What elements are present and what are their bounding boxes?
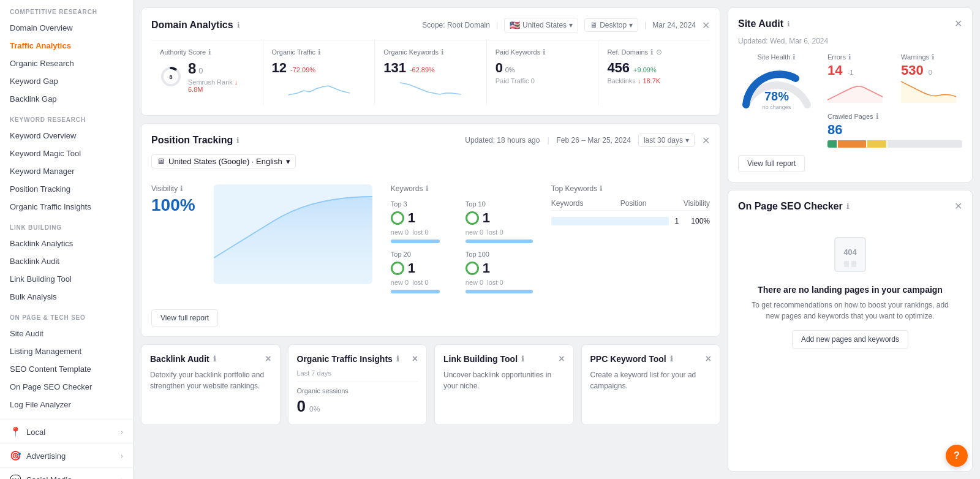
on-page-seo-info-icon[interactable]: ℹ xyxy=(846,202,850,211)
sidebar-section-label-keyword: KEYWORD RESEARCH xyxy=(0,108,133,127)
monitor-icon: 🖥 xyxy=(157,157,165,166)
oti-sessions-change: 0% xyxy=(309,405,320,413)
pt-period-chevron-icon: ▾ xyxy=(685,136,689,145)
sidebar-item-organic-traffic-insights[interactable]: Organic Traffic Insights xyxy=(0,198,133,216)
errors-info-icon[interactable]: ℹ xyxy=(848,53,851,61)
help-button[interactable]: ? xyxy=(946,445,968,467)
authority-score-sub: 0 xyxy=(198,66,203,75)
on-page-seo-card: On Page SEO Checker ℹ ✕ 404 xyxy=(728,190,973,472)
local-icon: 📍 xyxy=(10,426,21,437)
col-position: Position xyxy=(620,199,647,208)
sidebar-item-traffic-analytics[interactable]: Traffic Analytics xyxy=(0,37,133,55)
sidebar-item-link-building-tool[interactable]: Link Building Tool xyxy=(0,270,133,288)
sidebar-item-backlink-gap[interactable]: Backlink Gap xyxy=(0,90,133,108)
warnings-info-icon[interactable]: ℹ xyxy=(932,53,935,61)
ref-domains-info-icon[interactable]: ℹ xyxy=(650,48,654,56)
oti-period: Last 7 days xyxy=(297,369,418,382)
device-selector[interactable]: 🖥 Desktop ▾ xyxy=(584,18,638,32)
sidebar-item-seo-content-template[interactable]: SEO Content Template xyxy=(0,360,133,378)
top3-block: Top 3 1 new 0 lost 0 xyxy=(391,200,458,243)
link-building-info-icon[interactable]: ℹ xyxy=(521,355,524,363)
site-health-info-icon[interactable]: ℹ xyxy=(793,53,796,61)
col-visibility: Visibility xyxy=(684,199,710,208)
pt-period-selector[interactable]: last 30 days ▾ xyxy=(638,134,695,147)
sidebar-item-on-page-seo-checker[interactable]: On Page SEO Checker xyxy=(0,378,133,396)
404-icon: 404 xyxy=(832,232,869,276)
sidebar-item-site-audit[interactable]: Site Audit xyxy=(0,325,133,342)
country-chevron-icon: ▾ xyxy=(569,21,573,29)
sidebar-item-keyword-gap[interactable]: Keyword Gap xyxy=(0,72,133,90)
pt-location-selector[interactable]: 🖥 United States (Google) · English ▾ xyxy=(151,154,296,168)
sidebar-item-domain-overview[interactable]: Domain Overview xyxy=(0,19,133,37)
sidebar-item-advertising[interactable]: 🎯 Advertising › xyxy=(0,443,133,467)
sidebar-item-log-file-analyzer[interactable]: Log File Analyzer xyxy=(0,396,133,413)
sidebar-item-keyword-overview[interactable]: Keyword Overview xyxy=(0,127,133,145)
top-kw-bar-mini xyxy=(551,217,669,225)
sidebar-item-backlink-analytics[interactable]: Backlink Analytics xyxy=(0,235,133,252)
site-health-section: Site Health ℹ 78% no changes xyxy=(738,53,815,111)
top-kw-visibility-val: 100% xyxy=(691,217,710,225)
ppc-title-left: PPC Keyword Tool ℹ xyxy=(590,354,673,364)
link-building-close-button[interactable]: × xyxy=(559,353,564,364)
pt-location-chevron-icon: ▾ xyxy=(286,157,290,166)
sidebar-item-listing-management[interactable]: Listing Management xyxy=(0,342,133,360)
visibility-info-icon[interactable]: ℹ xyxy=(180,184,183,193)
warnings-label: Warnings ℹ xyxy=(901,53,962,61)
sidebar-item-position-tracking[interactable]: Position Tracking xyxy=(0,180,133,198)
svg-text:no changes: no changes xyxy=(763,104,791,110)
center-column: Domain Analytics ℹ Scope: Root Domain | … xyxy=(141,7,720,472)
keywords-info-icon[interactable]: ℹ xyxy=(426,184,429,193)
position-tracking-info-icon[interactable]: ℹ xyxy=(236,136,239,145)
sidebar-item-keyword-magic-tool[interactable]: Keyword Magic Tool xyxy=(0,145,133,162)
sidebar-item-keyword-manager[interactable]: Keyword Manager xyxy=(0,162,133,180)
top10-block: Top 10 1 new 0 lost 0 xyxy=(466,200,533,243)
top-keywords-label: Top Keywords ℹ xyxy=(551,184,710,193)
warnings-change: 0 xyxy=(929,69,932,76)
backlink-audit-info-icon[interactable]: ℹ xyxy=(213,355,216,363)
keywords-blocks-grid: Top 3 1 new 0 lost 0 Top 10 xyxy=(391,200,533,293)
main-content: Domain Analytics ℹ Scope: Root Domain | … xyxy=(134,0,980,479)
organic-kw-info-icon[interactable]: ℹ xyxy=(441,48,444,56)
sidebar-item-local[interactable]: 📍 Local › xyxy=(0,420,133,443)
position-tracking-close-button[interactable]: ✕ xyxy=(702,135,710,146)
top10-bar xyxy=(466,240,533,243)
site-audit-view-full-report-button[interactable]: View full report xyxy=(738,155,805,172)
top-kw-info-icon[interactable]: ℹ xyxy=(600,184,603,193)
ref-domains-extra-icon[interactable]: ⊙ xyxy=(656,48,662,56)
position-tracking-meta: Updated: 18 hours ago | Feb 26 – Mar 25,… xyxy=(465,134,710,147)
top100-new-lost: new 0 lost 0 xyxy=(466,279,533,286)
organic-keywords-metric: Organic Keywords ℹ 131 -62.89% xyxy=(375,40,487,105)
oti-info-icon[interactable]: ℹ xyxy=(396,355,399,363)
domain-analytics-close-button[interactable]: ✕ xyxy=(702,20,710,31)
sidebar-item-bulk-analysis[interactable]: Bulk Analysis xyxy=(0,288,133,306)
authority-info-icon[interactable]: ℹ xyxy=(208,48,211,56)
domain-analytics-info-icon[interactable]: ℹ xyxy=(237,21,240,29)
sidebar-item-organic-research[interactable]: Organic Research xyxy=(0,55,133,72)
sidebar-item-social-media[interactable]: 💬 Social Media › xyxy=(0,467,133,479)
advertising-icon: 🎯 xyxy=(10,450,21,461)
chevron-right-icon-2: › xyxy=(121,452,123,459)
site-audit-info-icon[interactable]: ℹ xyxy=(787,20,790,28)
site-audit-close-button[interactable]: ✕ xyxy=(954,18,962,29)
ppc-close-button[interactable]: × xyxy=(706,353,711,364)
backlink-audit-close-button[interactable]: × xyxy=(265,353,271,364)
backlink-audit-title-left: Backlink Audit ℹ xyxy=(150,354,216,364)
country-selector[interactable]: 🇺🇸 United States ▾ xyxy=(504,18,578,32)
backlink-audit-label: Backlink Audit xyxy=(150,354,209,364)
paid-kw-info-icon[interactable]: ℹ xyxy=(543,48,546,56)
sidebar-item-backlink-audit[interactable]: Backlink Audit xyxy=(0,252,133,270)
top10-label: Top 10 xyxy=(466,200,533,208)
crawled-pages-info-icon[interactable]: ℹ xyxy=(876,112,879,121)
oti-close-button[interactable]: × xyxy=(412,353,418,364)
visibility-value: 100% xyxy=(151,195,195,215)
on-page-seo-close-button[interactable]: ✕ xyxy=(954,200,962,212)
ppc-info-icon[interactable]: ℹ xyxy=(670,355,673,363)
top3-new-lost: new 0 lost 0 xyxy=(391,228,458,236)
organic-traffic-info-icon[interactable]: ℹ xyxy=(318,48,321,56)
bar-green xyxy=(827,140,837,148)
pt-view-full-report-button[interactable]: View full report xyxy=(151,309,218,326)
site-audit-updated: Updated: Wed, Mar 6, 2024 xyxy=(738,37,962,45)
metrics-row: Authority Score ℹ 8 xyxy=(151,40,710,105)
add-pages-button[interactable]: Add new pages and keywords xyxy=(792,330,908,349)
crawled-pages-metric: Crawled Pages ℹ 86 xyxy=(827,112,962,148)
